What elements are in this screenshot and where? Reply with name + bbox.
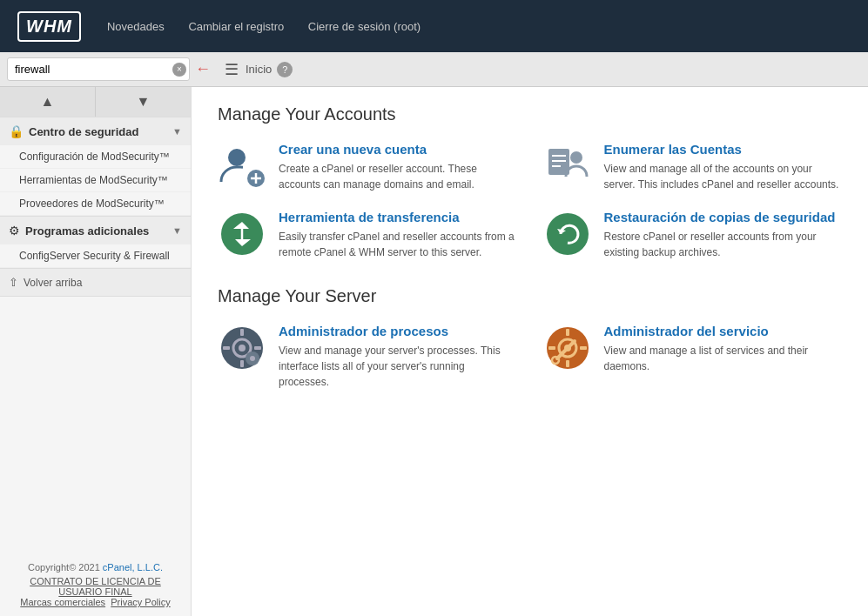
red-arrow-icon: ←: [195, 60, 211, 78]
search-wrapper: ×: [7, 57, 190, 81]
restore-title[interactable]: Restauración de copias de seguridad: [604, 210, 843, 224]
svg-rect-18: [254, 346, 261, 350]
sidebar-section-addons: ⚙ Programas adicionales ▼ ConfigServer S…: [0, 217, 191, 269]
sidebar-item-configserver[interactable]: ConfigServer Security & Firewall: [0, 244, 191, 268]
process-manager-icon: [218, 324, 266, 372]
card-restore: Restauración de copias de seguridad Rest…: [543, 210, 843, 260]
svg-rect-27: [580, 346, 587, 350]
list-accounts-icon: [543, 142, 592, 191]
service-manager-title[interactable]: Administrador del servicio: [604, 324, 843, 338]
svg-rect-24: [566, 329, 569, 336]
sidebar-item-modsecurity-tools[interactable]: Herramientas de ModSecurity™: [0, 169, 191, 192]
chevron-down-icon: ▼: [172, 126, 182, 137]
svg-rect-26: [548, 346, 555, 350]
privacy-link[interactable]: Privacy Policy: [111, 597, 170, 607]
footer-links-row: CONTRATO DE LICENCIA DE USUARIO FINAL Ma…: [9, 576, 182, 607]
restore-body: Restauración de copias de seguridad Rest…: [604, 210, 843, 260]
process-manager-desc: View and manage your server's processes.…: [279, 343, 517, 390]
service-manager-body: Administrador del servicio View and mana…: [604, 324, 843, 374]
chevron-down-icon-2: ▼: [172, 225, 182, 236]
search-clear-button[interactable]: ×: [172, 63, 186, 77]
transfer-title[interactable]: Herramienta de transferencia: [279, 210, 517, 224]
process-manager-body: Administrador de procesos View and manag…: [279, 324, 517, 390]
nav-link-logout[interactable]: Cierre de sesión (root): [308, 20, 421, 33]
inicio-link[interactable]: Inicio: [246, 63, 272, 76]
sidebar-addons-title: Programas adicionales: [25, 224, 172, 238]
main-layout: ▲ ▼ 🔒 Centro de seguridad ▼ Configuració…: [0, 87, 868, 616]
list-accounts-title[interactable]: Enumerar las Cuentas: [604, 142, 843, 157]
sidebar-nav-buttons: ▲ ▼: [0, 87, 191, 117]
nav-link-novedades[interactable]: Novedades: [107, 20, 165, 33]
svg-point-8: [570, 151, 582, 164]
hamburger-icon: ☰: [225, 60, 239, 79]
svg-point-20: [250, 356, 255, 361]
gear-icon: ⚙: [9, 224, 20, 238]
transfer-body: Herramienta de transferencia Easily tran…: [279, 210, 517, 260]
breadcrumb: ☰ Inicio ?: [225, 60, 293, 79]
sidebar-section-security-header[interactable]: 🔒 Centro de seguridad ▼: [0, 117, 191, 145]
create-account-title[interactable]: Crear una nueva cuenta: [279, 142, 517, 157]
create-account-body: Crear una nueva cuenta Create a cPanel o…: [279, 142, 517, 192]
card-process-manager: Administrador de procesos View and manag…: [218, 324, 517, 390]
svg-rect-16: [240, 360, 244, 367]
svg-rect-25: [566, 360, 569, 367]
restore-icon: [543, 210, 592, 258]
sidebar-down-button[interactable]: ▼: [96, 87, 191, 117]
card-service-manager: Administrador del servicio View and mana…: [543, 324, 843, 390]
sidebar-footer: Copyright© 2021 cPanel, L.L.C. CONTRATO …: [0, 553, 191, 616]
accounts-section-heading: Manage Your Accounts: [218, 104, 842, 124]
lock-icon: 🔒: [9, 124, 24, 138]
sidebar-item-modsecurity-providers[interactable]: Proveedores de ModSecurity™: [0, 192, 191, 216]
service-manager-desc: View and manage a list of services and t…: [604, 343, 843, 374]
sidebar-back-label: Volver arriba: [24, 277, 82, 289]
list-accounts-desc: View and manage all of the accounts on y…: [604, 161, 843, 192]
search-input[interactable]: [7, 57, 190, 81]
sidebar-back-button[interactable]: ⇧ Volver arriba: [0, 269, 191, 297]
server-section-heading: Manage Your Server: [218, 286, 842, 306]
list-accounts-body: Enumerar las Cuentas View and manage all…: [604, 142, 843, 192]
svg-point-0: [228, 149, 246, 166]
create-account-icon: [218, 142, 266, 191]
create-account-desc: Create a cPanel or reseller account. The…: [279, 161, 517, 192]
transfer-icon: [218, 210, 266, 258]
top-nav: WHM Novedades Cambiar el registro Cierre…: [0, 0, 868, 52]
search-bar-row: × ← ☰ Inicio ?: [0, 52, 868, 87]
contract-link[interactable]: CONTRATO DE LICENCIA DE USUARIO FINAL: [30, 576, 161, 597]
server-cards-grid: Administrador de procesos View and manag…: [218, 324, 842, 390]
transfer-desc: Easily transfer cPanel and reseller acco…: [279, 229, 517, 260]
help-icon[interactable]: ?: [277, 62, 293, 77]
logo-text: WHM: [17, 11, 81, 42]
cpanel-link[interactable]: cPanel, L.L.C.: [103, 562, 163, 572]
main-content: Manage Your Accounts Crear una nueva cue…: [192, 87, 868, 616]
sidebar-security-title: Centro de seguridad: [29, 125, 172, 138]
service-manager-icon: [543, 324, 592, 372]
sidebar-section-addons-header[interactable]: ⚙ Programas adicionales ▼: [0, 217, 191, 244]
card-transfer: Herramienta de transferencia Easily tran…: [218, 210, 517, 260]
svg-rect-17: [223, 346, 230, 350]
copyright-text: Copyright© 2021 cPanel, L.L.C.: [9, 562, 182, 572]
sidebar-section-security: 🔒 Centro de seguridad ▼ Configuración de…: [0, 117, 191, 217]
sidebar: ▲ ▼ 🔒 Centro de seguridad ▼ Configuració…: [0, 87, 192, 616]
svg-point-14: [239, 345, 246, 352]
accounts-cards-grid: Crear una nueva cuenta Create a cPanel o…: [218, 142, 842, 260]
svg-rect-15: [240, 329, 244, 336]
up-arrow-icon: ⇧: [9, 276, 18, 289]
nav-link-registro[interactable]: Cambiar el registro: [188, 20, 284, 33]
logo: WHM: [17, 11, 81, 42]
sidebar-item-modsecurity-config[interactable]: Configuración de ModSecurity™: [0, 145, 191, 169]
card-list-accounts: Enumerar las Cuentas View and manage all…: [543, 142, 843, 192]
svg-point-11: [547, 213, 589, 255]
process-manager-title[interactable]: Administrador de procesos: [279, 324, 517, 338]
restore-desc: Restore cPanel or reseller accounts from…: [604, 229, 843, 260]
card-create-account: Crear una nueva cuenta Create a cPanel o…: [218, 142, 517, 192]
top-nav-links: Novedades Cambiar el registro Cierre de …: [107, 20, 441, 33]
sidebar-up-button[interactable]: ▲: [0, 87, 96, 117]
trademarks-link[interactable]: Marcas comerciales: [20, 597, 105, 607]
